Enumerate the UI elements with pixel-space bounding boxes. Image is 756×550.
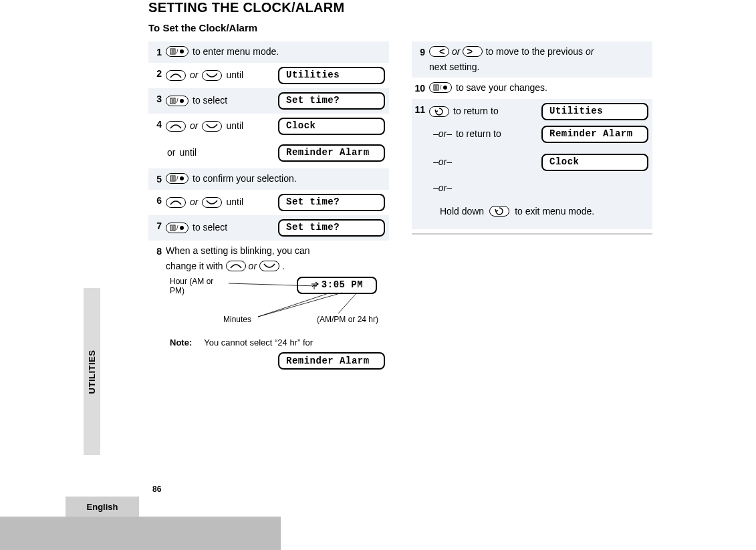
step-6: 6 or until Set time? [148, 190, 389, 215]
svg-text:/: / [440, 84, 442, 91]
step-text: until [179, 146, 197, 159]
step-7: 7 / to select Set time? [148, 215, 389, 241]
svg-text:/: / [176, 98, 178, 104]
page-number: 86 [152, 485, 161, 494]
step-num: 3 [150, 92, 166, 106]
or-text: or [586, 45, 594, 58]
side-tab-label: UTILITIES [87, 350, 97, 394]
columns: 1 / to enter menu mode. 2 or [148, 41, 737, 374]
step-num: 10 [413, 82, 429, 95]
lcd-set-time: Set time? [278, 92, 385, 110]
page-title: SETTING THE CLOCK/ALARM [148, 0, 737, 15]
step-text: to return to [456, 128, 501, 140]
right-key-icon [463, 46, 483, 57]
note: Note: You cannot select “24 hr” for [150, 337, 385, 349]
section-divider [412, 233, 652, 235]
or-text: or [190, 120, 198, 132]
lcd-clock: Clock [541, 154, 648, 171]
or-text: or [249, 260, 257, 273]
step-num: 6 [150, 194, 166, 207]
or-text: –or– [433, 182, 452, 194]
down-key-icon [202, 121, 222, 132]
or-text: –or– [433, 128, 452, 140]
step-num: 4 [150, 118, 166, 135]
step-text: to confirm your selection. [193, 172, 297, 185]
cursor-arrow-icon [311, 280, 319, 291]
step-text: until [226, 69, 243, 82]
step-num: 11 [413, 103, 429, 120]
lcd-reminder-alarm: Reminder Alarm [278, 144, 385, 162]
lcd-time-display: 3:05 PM [297, 277, 377, 294]
svg-point-11 [180, 99, 184, 103]
note-label: Note: [170, 337, 192, 349]
up-key-icon [226, 261, 246, 271]
lcd-reminder-alarm: Reminder Alarm [278, 352, 385, 370]
lcd-set-time: Set time? [278, 219, 385, 237]
lcd-clock: Clock [278, 118, 385, 135]
up-key-icon [166, 70, 186, 81]
step-text: until [226, 120, 243, 132]
svg-line-25 [258, 293, 330, 317]
up-key-icon [166, 121, 186, 132]
page-subtitle: To Set the Clock/Alarm [148, 22, 737, 33]
or-text: or [167, 146, 175, 159]
menu-key-icon: / [166, 223, 188, 233]
step-2: 2 or until Utilities [148, 63, 389, 88]
step-text: to enter menu mode. [193, 45, 279, 58]
menu-key-icon: / [429, 82, 452, 93]
step-text: to select [193, 221, 227, 234]
step-11: 11 to return to Utilities –or– [412, 99, 652, 230]
svg-point-17 [180, 176, 184, 180]
language-label: English [87, 502, 118, 512]
step-4: 4 or until Clock [148, 114, 389, 168]
hour-label: Hour (AM or PM) [170, 277, 230, 296]
minutes-label: Minutes [223, 314, 251, 325]
step-8: 8 When a setting is blinking, you can ch… [148, 241, 389, 374]
step-5: 5 / to confirm your selection. [148, 168, 389, 190]
step-text: to return to [453, 105, 499, 118]
down-key-icon [202, 197, 222, 208]
back-key-icon [429, 106, 449, 117]
svg-text:/: / [176, 48, 178, 55]
step-num: 1 [150, 45, 166, 59]
down-key-icon [259, 261, 279, 271]
side-tab-utilities: UTILITIES [84, 288, 100, 455]
step-num: 8 [150, 245, 166, 273]
svg-line-27 [338, 293, 357, 313]
step-9: 9 or to move to the previous or next set… [412, 41, 652, 78]
step-num: 9 [413, 45, 429, 59]
ampm-label: (AM/PM or 24 hr) [317, 314, 378, 325]
step-text: until [226, 196, 243, 209]
step-text: to move to the previous [485, 45, 583, 58]
content: SETTING THE CLOCK/ALARM To Set the Clock… [148, 0, 737, 374]
step-text: . [282, 260, 285, 273]
svg-line-26 [258, 293, 342, 317]
down-key-icon [202, 70, 222, 81]
up-key-icon [166, 197, 186, 208]
svg-text:/: / [176, 225, 178, 231]
lcd-utilities: Utilities [541, 103, 648, 120]
lcd-reminder-alarm: Reminder Alarm [541, 126, 648, 143]
menu-key-icon: / [166, 96, 188, 106]
note-text: You cannot select “24 hr” for [204, 337, 313, 349]
svg-point-23 [180, 226, 184, 230]
left-key-icon [429, 46, 449, 57]
or-text: or [190, 196, 198, 209]
step-text: change it with [166, 260, 223, 273]
step-text: When a setting is blinking, you can [166, 245, 310, 257]
lcd-utilities: Utilities [278, 67, 385, 84]
left-column: 1 / to enter menu mode. 2 or [148, 41, 389, 374]
step-text: Hold down [440, 205, 484, 218]
or-text: or [190, 69, 198, 82]
step-text: to select [193, 94, 227, 107]
time-diagram: Hour (AM or PM) Minutes (AM/PM or 24 hr)… [170, 277, 385, 330]
step-text: next setting. [429, 61, 480, 74]
step-num: 2 [150, 67, 166, 80]
menu-key-icon: / [166, 46, 188, 57]
step-text: to save your changes. [456, 82, 547, 94]
menu-key-icon: / [166, 173, 188, 184]
step-10: 10 / to save your changes. [412, 78, 652, 99]
right-column: 9 or to move to the previous or next set… [412, 41, 652, 374]
step-num: 7 [150, 219, 166, 233]
svg-text:/: / [176, 175, 178, 182]
